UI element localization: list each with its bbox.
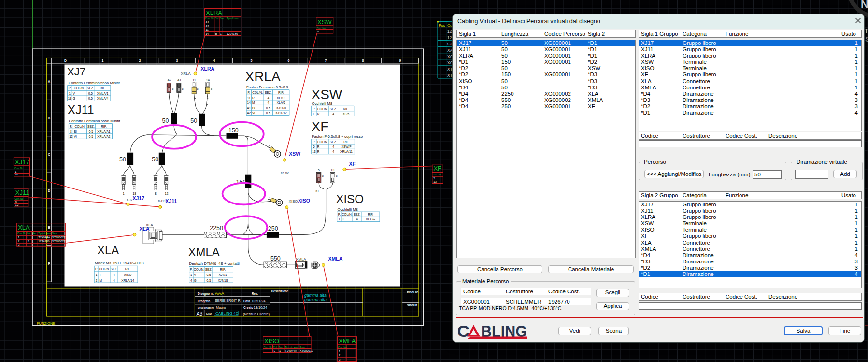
svg-text:D: D — [48, 189, 50, 192]
svg-text:Progetto: Progetto — [198, 299, 210, 303]
svg-text:P.: P. — [338, 213, 341, 216]
svg-text:2: 2 — [18, 240, 20, 243]
svg-text:Con. No: Con. No — [264, 346, 272, 348]
svg-text:4: 4 — [113, 279, 115, 282]
svg-text:Faston Femmina 6.3x0.8: Faston Femmina 6.3x0.8 — [246, 85, 288, 89]
svg-text:1: 1 — [96, 273, 98, 276]
svg-text:COL/N.: COL/N. — [317, 140, 328, 144]
svg-text:R: R — [252, 96, 255, 100]
svg-text:XJ7: XJ7 — [67, 66, 85, 78]
svg-text:18/10/24: 18/10/24 — [254, 305, 267, 310]
svg-text:E: E — [48, 226, 50, 229]
svg-text:M: M — [252, 101, 255, 104]
svg-text:4: 4 — [190, 279, 192, 282]
svg-text:T: T — [865, 28, 868, 34]
svg-text:XRLA/A2: XRLA/A2 — [97, 135, 110, 138]
svg-text:18: 18 — [15, 173, 18, 176]
svg-text:G: G — [194, 279, 197, 282]
svg-text:250: 250 — [268, 225, 278, 232]
svg-text:0.5: 0.5 — [266, 106, 270, 110]
svg-text:T24044A: T24044A — [38, 236, 50, 239]
svg-text:1234186: 1234186 — [227, 32, 238, 35]
svg-text:XSW/F: XSW/F — [342, 145, 352, 148]
svg-text:R: R — [317, 145, 320, 148]
svg-text:S: S — [865, 35, 868, 43]
svg-text:12: 12 — [165, 192, 169, 195]
svg-text:Contatto Femmina 5556 Minifit: Contatto Femmina 5556 Minifit — [69, 81, 120, 85]
svg-text:Sez.: Sez. — [220, 17, 225, 20]
svg-text:P.: P. — [95, 267, 98, 271]
svg-text:V: V — [73, 92, 75, 95]
svg-text:14: 14 — [247, 101, 251, 104]
svg-text:RIF.: RIF. — [343, 140, 349, 144]
svg-text:Data: Data — [243, 299, 250, 303]
svg-text:A: A — [48, 80, 50, 83]
svg-text:XMLA/4: XMLA/4 — [97, 97, 109, 100]
svg-text:SEZ.: SEZ. — [87, 87, 94, 90]
svg-text:B: B — [48, 116, 50, 120]
svg-text:P.: P. — [248, 91, 251, 94]
svg-text:B: B — [215, 32, 217, 35]
svg-text:SEZ.: SEZ. — [87, 125, 95, 128]
svg-text:50: 50 — [119, 156, 126, 163]
svg-text:4: 4 — [213, 59, 215, 62]
svg-text:Occhielli M8: Occhielli M8 — [312, 101, 332, 106]
svg-text:Occhielli M8: Occhielli M8 — [338, 207, 358, 212]
svg-text:Con. No: Con. No — [433, 174, 441, 176]
svg-text:SEZ.: SEZ. — [330, 107, 337, 111]
svg-text:SEZ.: SEZ. — [354, 213, 361, 216]
svg-text:SERIE ERGIT R: SERIE ERGIT R — [215, 298, 241, 303]
svg-text:Forn.: Forn. — [300, 346, 305, 348]
svg-text:T: T — [342, 217, 344, 221]
svg-text:XISO: XISO — [264, 337, 279, 345]
svg-text:A1: A1 — [177, 78, 182, 82]
svg-text:SEZ.: SEZ. — [330, 140, 337, 144]
svg-text:L: L — [28, 236, 29, 239]
svg-text:4: 4 — [356, 217, 358, 221]
svg-text:18: 18 — [68, 97, 72, 100]
svg-text:XJ11: XJ11 — [68, 103, 94, 116]
svg-text:4: 4 — [267, 96, 269, 100]
svg-text:50: 50 — [152, 156, 158, 163]
svg-text:1: 1 — [101, 59, 103, 62]
svg-text:XJ7/18: XJ7/18 — [218, 279, 228, 282]
svg-text:8: 8 — [15, 201, 17, 203]
svg-text:Creato: Creato — [243, 306, 253, 309]
svg-text:6: 6 — [287, 59, 289, 62]
svg-text:XJ11/12: XJ11/12 — [275, 111, 287, 115]
svg-text:Disegno nr.: Disegno nr. — [198, 292, 214, 296]
svg-text:XT000013: XT000013 — [300, 349, 313, 352]
svg-text:150: 150 — [236, 179, 246, 186]
svg-text:2: 2 — [339, 354, 341, 357]
svg-text:4: 4 — [267, 101, 269, 104]
svg-text:R: R — [317, 112, 320, 116]
svg-text:0.5: 0.5 — [206, 279, 211, 282]
svg-text:XSW: XSW — [280, 171, 289, 175]
svg-text:XJ7/1: XJ7/1 — [219, 273, 227, 276]
svg-text:Con. No: Con. No — [14, 167, 23, 170]
svg-text:XISO: XISO — [336, 192, 364, 205]
svg-text:Tipo di cavo: Tipo di cavo — [285, 346, 298, 348]
svg-text:Tipo di cavo: Tipo di cavo — [227, 17, 239, 20]
svg-text:11: 11 — [247, 96, 251, 100]
svg-text:1: 1 — [220, 32, 222, 35]
svg-text:Sez.: Sez. — [279, 346, 284, 348]
svg-text:P.: P. — [190, 268, 193, 271]
svg-text:2: 2 — [96, 279, 98, 282]
svg-text:SEZ.: SEZ. — [205, 268, 213, 271]
svg-text:5: 5 — [433, 177, 435, 180]
svg-text:Con. No: Con. No — [15, 198, 24, 200]
svg-text:0.5: 0.5 — [89, 130, 93, 133]
svg-text:5: 5 — [318, 168, 320, 172]
svg-text:COL/N.: COL/N. — [252, 91, 263, 94]
svg-text:XF/13: XF/13 — [277, 96, 285, 100]
svg-text:11: 11 — [206, 29, 209, 31]
svg-text:1: 1 — [15, 170, 17, 173]
svg-text:13: 13 — [433, 180, 437, 183]
svg-text:RIF.: RIF. — [278, 91, 284, 94]
svg-text:XJ7: XJ7 — [127, 198, 133, 202]
svg-text:SEGUE: SEGUE — [407, 304, 418, 307]
svg-text:XCC/–: XCC/– — [366, 217, 375, 221]
svg-text:XSW: XSW — [317, 18, 332, 26]
svg-text:1: 1 — [123, 192, 125, 195]
